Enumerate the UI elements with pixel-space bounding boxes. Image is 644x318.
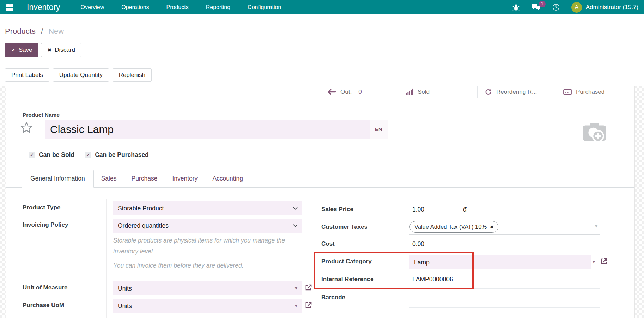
notebook-tabs: General Information Sales Purchase Inven… bbox=[6, 169, 634, 188]
user-menu[interactable]: A Administrator (15.7) bbox=[571, 2, 638, 13]
tab-general-information[interactable]: General Information bbox=[22, 170, 94, 188]
menu-products[interactable]: Products bbox=[166, 4, 189, 11]
currency-symbol: đ bbox=[463, 206, 467, 213]
debug-bug-icon[interactable] bbox=[512, 4, 520, 11]
product-category-field[interactable]: Lamp bbox=[409, 255, 591, 269]
breadcrumb-products-link[interactable]: Products bbox=[5, 27, 36, 36]
message-count-badge: 1 bbox=[539, 1, 546, 7]
can-be-purchased-item: ✓ Can be Purchased bbox=[85, 151, 149, 159]
menu-reporting[interactable]: Reporting bbox=[206, 4, 230, 11]
messages-icon[interactable]: 1 bbox=[531, 4, 541, 11]
bar-chart-icon bbox=[406, 88, 413, 95]
check-icon: ✔ bbox=[11, 47, 16, 53]
category-caret-down-icon[interactable]: ▾ bbox=[593, 259, 595, 264]
discard-button[interactable]: ✖ Discard bbox=[41, 43, 81, 57]
menu-overview[interactable]: Overview bbox=[81, 4, 104, 11]
availability-checkboxes: ✓ Can be Sold ✓ Can be Purchased bbox=[29, 151, 149, 159]
unit-of-measure-field[interactable]: Units ▾ bbox=[113, 281, 302, 295]
can-be-sold-label: Can be Sold bbox=[39, 151, 74, 159]
product-name-input[interactable]: Classic Lamp bbox=[45, 120, 370, 139]
out-count: 0 bbox=[358, 88, 362, 96]
internal-reference-label: Internal Reference bbox=[321, 276, 373, 283]
remove-tag-icon[interactable]: ✖ bbox=[490, 225, 493, 230]
sales-price-input[interactable]: 1.00 bbox=[412, 206, 424, 213]
camera-plus-icon bbox=[581, 121, 609, 145]
taxes-dropdown-caret-icon[interactable]: ▾ bbox=[595, 223, 597, 229]
translate-language-badge[interactable]: EN bbox=[370, 120, 388, 139]
purchase-uom-external-link-icon[interactable] bbox=[304, 301, 312, 309]
breadcrumb-separator: / bbox=[41, 27, 43, 36]
invoicing-policy-select[interactable]: Ordered quantities bbox=[113, 219, 302, 233]
product-name-field-wrap: Classic Lamp EN bbox=[45, 120, 388, 139]
invoicing-policy-label: Invoicing Policy bbox=[23, 221, 68, 228]
inventory-product-form-page: Inventory Overview Operations Products R… bbox=[0, 0, 644, 318]
sheet-background: Out: 0 Sold Reordering R... bbox=[0, 86, 644, 318]
chevron-down-icon bbox=[293, 224, 298, 227]
print-labels-button[interactable]: Print Labels bbox=[5, 68, 49, 82]
unit-of-measure-label: Unit of Measure bbox=[23, 284, 68, 291]
close-icon: ✖ bbox=[47, 47, 51, 53]
barcode-input[interactable] bbox=[412, 294, 518, 302]
stat-button-reordering[interactable]: Reordering R... bbox=[477, 86, 556, 98]
caret-down-icon: ▾ bbox=[295, 285, 297, 291]
product-category-label: Product Category bbox=[321, 258, 372, 265]
activities-clock-icon[interactable] bbox=[552, 3, 560, 11]
internal-reference-input[interactable]: LAMP0000006 bbox=[412, 276, 453, 283]
help-line-1: Storable products are physical items for… bbox=[113, 235, 287, 257]
user-name: Administrator (15.7) bbox=[586, 4, 638, 11]
breadcrumb: Products / New bbox=[5, 27, 64, 36]
stat-button-box: Out: 0 Sold Reordering R... bbox=[6, 86, 634, 98]
topbar-right: 1 A Administrator (15.7) bbox=[512, 2, 638, 13]
app-title[interactable]: Inventory bbox=[27, 2, 60, 12]
left-column-divider bbox=[106, 199, 107, 318]
category-external-link-icon[interactable] bbox=[600, 257, 608, 265]
can-be-sold-checkbox[interactable]: ✓ bbox=[29, 152, 35, 158]
refresh-icon bbox=[485, 88, 492, 95]
barcode-label: Barcode bbox=[321, 294, 345, 301]
tab-sales[interactable]: Sales bbox=[94, 170, 124, 187]
breadcrumb-current: New bbox=[48, 27, 64, 36]
uom-external-link-icon[interactable] bbox=[304, 283, 312, 292]
can-be-purchased-label: Can be Purchased bbox=[95, 151, 149, 159]
purchase-uom-field[interactable]: Units ▾ bbox=[113, 299, 302, 313]
barcode-underline bbox=[409, 307, 600, 308]
replenish-button[interactable]: Replenish bbox=[113, 68, 152, 82]
tab-purchase[interactable]: Purchase bbox=[124, 170, 165, 187]
right-column-divider bbox=[406, 200, 406, 312]
apps-grid-icon[interactable] bbox=[6, 3, 14, 12]
arrow-left-icon bbox=[327, 89, 336, 95]
sales-price-label: Sales Price bbox=[321, 206, 353, 213]
stat-button-out[interactable]: Out: 0 bbox=[320, 86, 399, 98]
form-sheet: Out: 0 Sold Reordering R... bbox=[6, 86, 635, 318]
customer-tax-tag[interactable]: Value Added Tax (VAT) 10% ✖ bbox=[409, 221, 498, 233]
caret-down-icon: ▾ bbox=[295, 303, 297, 308]
menu-operations[interactable]: Operations bbox=[121, 4, 149, 11]
help-line-2: You can invoice them before they are del… bbox=[113, 260, 287, 271]
product-type-select[interactable]: Storable Product bbox=[113, 201, 302, 215]
customer-taxes-label: Customer Taxes bbox=[321, 224, 367, 231]
stat-button-sold[interactable]: Sold bbox=[399, 86, 477, 98]
tab-inventory[interactable]: Inventory bbox=[165, 170, 205, 187]
product-image-upload[interactable] bbox=[571, 110, 618, 156]
cost-underline bbox=[409, 251, 600, 251]
internal-reference-underline bbox=[409, 288, 600, 289]
purchase-uom-label: Purchase UoM bbox=[23, 302, 64, 309]
main-menu: Overview Operations Products Reporting C… bbox=[81, 4, 281, 11]
product-type-label: Product Type bbox=[23, 204, 60, 211]
menu-configuration[interactable]: Configuration bbox=[248, 4, 281, 11]
save-button[interactable]: ✔ Save bbox=[5, 43, 38, 57]
tab-accounting[interactable]: Accounting bbox=[205, 170, 250, 187]
product-name-label: Product Name bbox=[23, 112, 60, 118]
cost-input[interactable]: 0.00 bbox=[412, 240, 424, 248]
smart-action-bar: Print Labels Update Quantity Replenish bbox=[5, 68, 152, 82]
customer-taxes-underline bbox=[409, 234, 600, 235]
can-be-sold-item: ✓ Can be Sold bbox=[29, 151, 74, 159]
favorite-star-icon[interactable] bbox=[20, 122, 32, 134]
record-actions: ✔ Save ✖ Discard bbox=[5, 43, 81, 57]
storable-help-text: Storable products are physical items for… bbox=[113, 235, 287, 275]
header-divider bbox=[0, 65, 644, 65]
update-quantity-button[interactable]: Update Quantity bbox=[53, 68, 109, 82]
stat-button-purchased[interactable]: Purchased bbox=[556, 86, 634, 98]
can-be-purchased-checkbox[interactable]: ✓ bbox=[85, 152, 91, 158]
top-navbar: Inventory Overview Operations Products R… bbox=[0, 0, 644, 14]
